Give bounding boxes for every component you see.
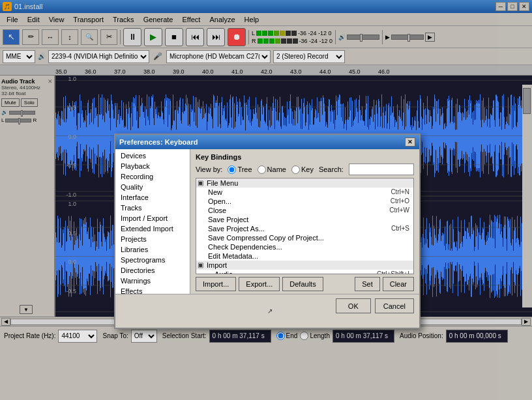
keybinding-tree[interactable]: ▣ File Menu New Ctrl+N Open... Ctrl+O Cl… (196, 178, 414, 274)
name-radio[interactable] (258, 165, 266, 174)
tree-row-import[interactable]: ▣ Import (196, 261, 413, 270)
tree-row-file-menu[interactable]: ▣ File Menu (196, 179, 413, 188)
sidebar-item-import-export[interactable]: Import / Export (115, 213, 190, 223)
sidebar-item-devices[interactable]: Devices (115, 150, 190, 161)
tree-label-file-menu: File Menu (207, 179, 360, 187)
search-label: Search: (319, 165, 344, 173)
tree-row-close[interactable]: Close Ctrl+W (196, 206, 413, 215)
tree-radio-text: Tree (237, 165, 252, 173)
tree-label-edit-meta: Edit Metadata... (208, 252, 360, 260)
tree-shortcut-new: Ctrl+N (360, 188, 412, 196)
dialog-body: Devices Playback Recording Quality Inter… (115, 149, 419, 294)
name-radio-label[interactable]: Name (258, 165, 286, 174)
tree-shortcut-open: Ctrl+O (360, 197, 412, 205)
tree-expand-file: ▣ (198, 179, 207, 187)
tree-shortcut-edit-meta (360, 252, 412, 260)
tree-row-check-deps[interactable]: Check Dependencies... (196, 242, 413, 251)
tree-label-open: Open... (208, 197, 360, 205)
modal-overlay: Preferences: Keyboard ✕ Devices Playback… (0, 0, 532, 400)
dialog-action-buttons: Import... Export... Defaults (196, 277, 323, 291)
name-radio-text: Name (267, 165, 286, 173)
dialog-action-row: Import... Export... Defaults Set Clear (196, 277, 414, 291)
key-bindings-header: Key Bindings (196, 153, 414, 161)
search-input[interactable] (349, 164, 414, 175)
dialog-sidebar: Devices Playback Recording Quality Inter… (115, 149, 190, 294)
tree-row-save-compressed[interactable]: Save Compressed Copy of Project... (196, 233, 413, 242)
sidebar-item-extended-import[interactable]: Extended Import (115, 223, 190, 234)
tree-label-check-deps: Check Dependencies... (208, 243, 360, 251)
sidebar-item-spectrograms[interactable]: Spectrograms (115, 255, 190, 265)
tree-label-close: Close (208, 207, 360, 214)
set-button[interactable]: Set (355, 277, 380, 291)
export-button[interactable]: Export... (239, 277, 280, 291)
tree-shortcut-save-compressed (360, 234, 412, 242)
tree-label-import: Import (207, 261, 360, 269)
sidebar-item-quality[interactable]: Quality (115, 182, 190, 192)
ok-button[interactable]: OK (336, 298, 371, 313)
dialog-close-button[interactable]: ✕ (405, 137, 415, 147)
tree-row-save[interactable]: Save Project (196, 215, 413, 224)
tree-shortcut-import (360, 261, 412, 269)
key-radio[interactable] (291, 165, 300, 174)
sidebar-item-libraries[interactable]: Libraries (115, 244, 190, 255)
sidebar-item-interface[interactable]: Interface (115, 192, 190, 203)
dialog-titlebar: Preferences: Keyboard ✕ (115, 135, 419, 149)
sidebar-item-tracks[interactable]: Tracks (115, 203, 190, 213)
set-clear-buttons: Set Clear (355, 277, 414, 291)
key-radio-label[interactable]: Key (291, 165, 314, 174)
tree-label-save-compressed: Save Compressed Copy of Project... (208, 234, 360, 242)
dialog-footer: ↗ OK Cancel (115, 294, 419, 317)
view-by-row: View by: Tree Name Key Search: (196, 164, 414, 175)
tree-expand-import: ▣ (198, 261, 207, 269)
preferences-dialog: Preferences: Keyboard ✕ Devices Playback… (114, 134, 421, 329)
dialog-main: Key Bindings View by: Tree Name K (190, 149, 419, 294)
defaults-button[interactable]: Defaults (282, 277, 323, 291)
tree-shortcut-audio: Ctrl+Shift+I (360, 270, 412, 274)
tree-row-open[interactable]: Open... Ctrl+O (196, 197, 413, 206)
tree-row-audio[interactable]: Audio... Ctrl+Shift+I (196, 270, 413, 274)
tree-radio-label[interactable]: Tree (228, 165, 252, 174)
cursor-indicator: ↗ (267, 307, 273, 315)
import-button[interactable]: Import... (196, 277, 236, 291)
tree-label-save-as: Save Project As... (208, 225, 360, 233)
dialog-title: Preferences: Keyboard (119, 138, 198, 146)
view-by-label: View by: (196, 165, 222, 173)
tree-row-edit-meta[interactable]: Edit Metadata... (196, 251, 413, 261)
sidebar-item-projects[interactable]: Projects (115, 234, 190, 244)
clear-button[interactable]: Clear (383, 277, 414, 291)
sidebar-item-directories[interactable]: Directories (115, 265, 190, 276)
tree-shortcut-file (360, 179, 412, 187)
tree-shortcut-save-as: Ctrl+S (360, 225, 412, 233)
key-radio-text: Key (301, 165, 314, 173)
tree-row-new[interactable]: New Ctrl+N (196, 188, 413, 197)
tree-shortcut-save (360, 216, 412, 223)
cancel-button[interactable]: Cancel (375, 298, 414, 313)
tree-radio[interactable] (228, 165, 236, 174)
sidebar-item-warnings[interactable]: Warnings (115, 276, 190, 286)
tree-shortcut-close: Ctrl+W (360, 207, 412, 214)
sidebar-item-effects[interactable]: Effects (115, 286, 190, 294)
tree-label-new: New (208, 188, 360, 196)
tree-shortcut-check-deps (360, 243, 412, 251)
tree-row-save-as[interactable]: Save Project As... Ctrl+S (196, 224, 413, 233)
tree-label-audio: Audio... (214, 270, 360, 274)
sidebar-item-recording[interactable]: Recording (115, 171, 190, 182)
sidebar-item-playback[interactable]: Playback (115, 161, 190, 171)
tree-label-save: Save Project (208, 216, 360, 223)
